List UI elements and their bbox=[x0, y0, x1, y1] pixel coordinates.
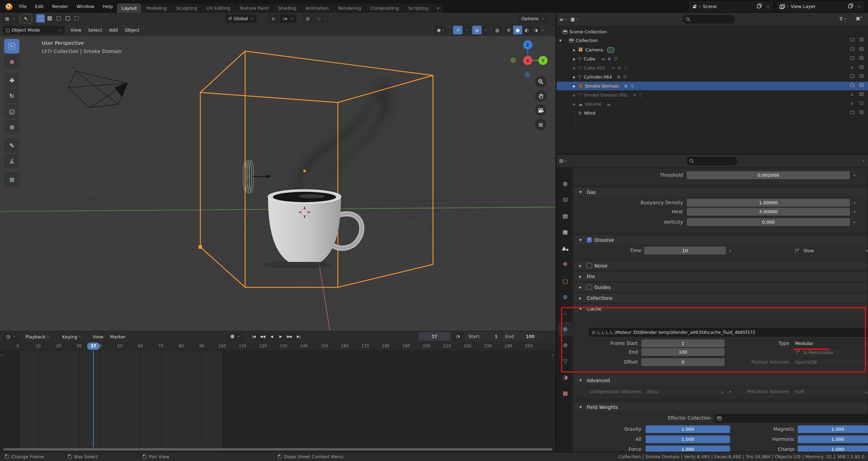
object-menu[interactable]: Object bbox=[122, 26, 142, 34]
show-viewport-icon[interactable]: ∨ bbox=[850, 65, 853, 70]
cache-offset-field[interactable]: 0 bbox=[641, 358, 725, 366]
menu-edit[interactable]: Edit bbox=[31, 2, 48, 11]
effector-collection-field[interactable] bbox=[715, 414, 868, 422]
overlays-toggle[interactable]: ◎ bbox=[472, 26, 482, 34]
marker-menu[interactable]: Marker bbox=[106, 332, 130, 341]
disclosure-icon[interactable]: ▶ bbox=[570, 48, 578, 52]
tool-select-box[interactable]: ↖ bbox=[4, 39, 19, 53]
dissolve-checkbox[interactable] bbox=[587, 237, 592, 242]
menu-window[interactable]: Window bbox=[73, 2, 98, 11]
render-disabled-icon[interactable] bbox=[859, 101, 864, 106]
camera-view-button[interactable] bbox=[535, 105, 546, 116]
tab-texture[interactable]: ▩ bbox=[558, 386, 573, 400]
noise-section-title[interactable]: Noise bbox=[594, 263, 607, 269]
disclosure-icon[interactable]: ▶ bbox=[577, 296, 584, 300]
cache-type-dropdown[interactable]: Modular bbox=[792, 339, 868, 347]
outliner-row-wind[interactable]: ≋ Wind bbox=[557, 109, 868, 117]
tab-sculpting[interactable]: Sculpting bbox=[172, 3, 202, 13]
tool-annotate[interactable]: ✎ bbox=[4, 138, 19, 153]
hide-viewport-icon[interactable] bbox=[850, 74, 854, 79]
tab-animation[interactable]: Animation bbox=[301, 3, 333, 13]
hide-viewport-icon[interactable] bbox=[850, 47, 854, 52]
tab-view-layer[interactable]: ▦ bbox=[558, 225, 573, 239]
outliner-row-scene-collection[interactable]: Scene Collection bbox=[557, 27, 868, 36]
select-mode-set[interactable] bbox=[36, 14, 45, 23]
playback-menu[interactable]: Playback bbox=[22, 332, 53, 341]
outliner-search-field[interactable] bbox=[683, 15, 735, 24]
tab-object-data[interactable]: ▽ bbox=[558, 354, 573, 368]
outliner-row-cylinder-064[interactable]: ▶ ▽ Cylinder.064 ⚙ ▽ bbox=[557, 73, 868, 81]
show-viewport-icon[interactable]: ∨ bbox=[850, 92, 853, 97]
tab-scene[interactable]: ▲● bbox=[558, 241, 573, 255]
tab-modifiers[interactable]: ⚙ bbox=[558, 290, 573, 304]
is-resumable-checkbox[interactable] bbox=[796, 349, 797, 355]
buoyancy-field[interactable]: 1.00000 bbox=[687, 199, 850, 207]
disclosure-icon[interactable]: ▶ bbox=[570, 93, 578, 97]
fire-section-title[interactable]: Fire bbox=[587, 274, 595, 279]
cache-path-field[interactable]: //..\..\..\..\..\Moteur 3D\Blender temp\… bbox=[589, 328, 868, 337]
select-mode-subtract[interactable] bbox=[54, 14, 63, 23]
view-layer-icon[interactable] bbox=[777, 4, 791, 9]
auto-keying-button[interactable] bbox=[227, 332, 243, 341]
hide-viewport-icon[interactable] bbox=[850, 83, 854, 88]
outliner-row-camera[interactable]: ▶ Camera bbox=[557, 46, 868, 54]
disclosure-icon[interactable]: ▶ bbox=[570, 84, 578, 88]
disable-render-icon[interactable] bbox=[859, 47, 864, 52]
tab-modeling[interactable]: Modeling bbox=[142, 3, 171, 13]
snap-toggle-button[interactable]: ∩ bbox=[268, 14, 278, 23]
tab-render[interactable] bbox=[558, 193, 573, 207]
new-collection-button[interactable]: ▣+ bbox=[856, 16, 862, 21]
threshold-field[interactable]: 0.002000 bbox=[687, 171, 850, 179]
disclosure-icon[interactable]: ▶ bbox=[577, 275, 584, 278]
outliner-row-cube-001[interactable]: ▶ ▽ Cube.001 ↝ ⚙ ▽ ∨ bbox=[557, 64, 868, 72]
disclosure-icon[interactable]: ▶ bbox=[570, 102, 578, 106]
view-menu[interactable]: View bbox=[67, 26, 84, 34]
precision-volumes-dropdown[interactable]: Half bbox=[792, 388, 868, 396]
next-keyframe-button[interactable]: ▶▶ bbox=[285, 332, 294, 341]
add-workspace-button[interactable]: + bbox=[433, 3, 443, 13]
options-dropdown[interactable]: Options bbox=[518, 14, 547, 23]
shading-dropdown[interactable] bbox=[540, 28, 546, 32]
disclosure-icon[interactable]: ▼ bbox=[577, 405, 584, 409]
shading-solid-button[interactable]: ● bbox=[513, 26, 522, 34]
shading-material-button[interactable]: ◐ bbox=[522, 26, 531, 34]
disclosure-icon[interactable]: ▶ bbox=[577, 264, 584, 267]
tool-scale[interactable]: ◱ bbox=[4, 104, 19, 119]
disclosure-icon[interactable]: ▼ bbox=[577, 307, 584, 311]
view-layer-name[interactable]: View Layer bbox=[791, 4, 847, 9]
show-viewport-icon[interactable]: ∨ bbox=[850, 101, 853, 106]
hide-viewport-icon[interactable] bbox=[850, 110, 854, 115]
tool-transform[interactable]: ⊚ bbox=[4, 120, 19, 134]
outliner-filter-button[interactable]: ∇ bbox=[840, 16, 846, 22]
disable-render-icon[interactable] bbox=[859, 92, 864, 97]
frame-start-field[interactable]: Start 1 bbox=[465, 332, 501, 341]
play-button[interactable]: ▶ bbox=[276, 332, 285, 341]
tool-measure[interactable]: ∡ bbox=[4, 154, 19, 168]
tab-layout[interactable]: Layout bbox=[117, 3, 141, 13]
camera-object[interactable] bbox=[68, 71, 128, 108]
object-type-visibility-dropdown[interactable]: ◉ bbox=[435, 26, 446, 34]
outliner-editor-type-button[interactable]: ≡ bbox=[559, 17, 567, 22]
outliner-row-smoke-domain[interactable]: ▶ ▽ Smoke Domain ⚙ ▽ bbox=[557, 82, 868, 90]
timeline-dopesheet[interactable]: › ‹ bbox=[0, 351, 556, 452]
keying-menu[interactable]: Keying bbox=[58, 332, 85, 341]
timeline-editor-type-button[interactable]: ◷ bbox=[3, 332, 19, 341]
disable-render-icon[interactable] bbox=[859, 38, 864, 42]
outliner-row-volume[interactable]: ▶ ☁ Volume ☁ ∨ bbox=[557, 100, 868, 108]
active-tool-button[interactable]: ↖ bbox=[20, 14, 32, 23]
cache-section-title[interactable]: Cache bbox=[587, 306, 601, 312]
proportional-falloff-dropdown[interactable]: ∿ bbox=[314, 14, 329, 23]
playhead-label[interactable]: 37 bbox=[87, 343, 100, 350]
tool-cursor[interactable]: ⊕ bbox=[4, 55, 19, 69]
tab-tool[interactable]: ⚙ bbox=[558, 177, 573, 191]
expand-left-chevron[interactable]: › bbox=[1, 352, 3, 358]
scene-icon[interactable] bbox=[690, 4, 703, 9]
hide-viewport-icon[interactable] bbox=[850, 56, 854, 61]
compression-volumes-dropdown[interactable]: Blosc bbox=[644, 388, 726, 396]
current-frame-field[interactable]: 37 bbox=[418, 332, 450, 341]
menu-file[interactable]: File bbox=[15, 2, 31, 11]
blender-logo-icon[interactable] bbox=[4, 2, 14, 12]
new-view-layer-icon[interactable] bbox=[846, 3, 855, 9]
select-mode-intersect[interactable] bbox=[72, 14, 81, 23]
guides-section-title[interactable]: Guides bbox=[594, 285, 611, 290]
